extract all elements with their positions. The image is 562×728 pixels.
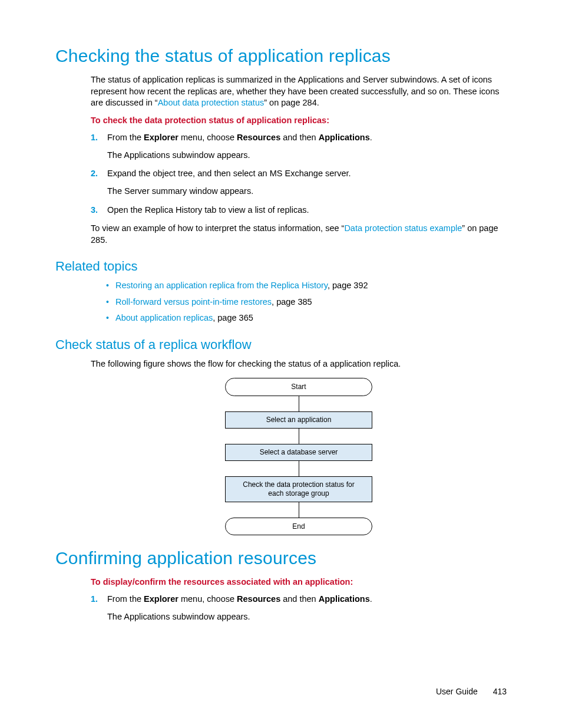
related-topic-item: About application replicas, page 365 bbox=[106, 312, 507, 324]
heading-workflow: Check status of a replica workflow bbox=[55, 337, 507, 353]
step-result: The Server summary window appears. bbox=[107, 186, 507, 197]
flowchart-connector bbox=[299, 396, 299, 411]
step-1: 1. From the Explorer menu, choose Resour… bbox=[91, 594, 507, 622]
link-roll-forward[interactable]: Roll-forward versus point-in-time restor… bbox=[115, 297, 272, 307]
link-about-data-protection-status[interactable]: About data protection status bbox=[158, 98, 265, 107]
flowchart-start: Start bbox=[225, 378, 372, 396]
workflow-body: The following figure shows the flow for … bbox=[91, 358, 507, 535]
step-number: 1. bbox=[91, 594, 98, 605]
flowchart-connector bbox=[299, 502, 299, 518]
step-3: 3. Open the Replica History tab to view … bbox=[91, 205, 507, 216]
link-about-application-replicas[interactable]: About application replicas bbox=[115, 313, 213, 322]
step-1: 1. From the Explorer menu, choose Resour… bbox=[91, 132, 507, 161]
step-number: 2. bbox=[91, 168, 98, 180]
step-number: 3. bbox=[91, 205, 98, 216]
page: Checking the status of application repli… bbox=[0, 0, 562, 728]
flowchart-select-application: Select an application bbox=[225, 411, 372, 429]
page-footer: User Guide 413 bbox=[436, 687, 507, 696]
step-2: 2. Expand the object tree, and then sele… bbox=[91, 168, 507, 197]
closing-paragraph: To view an example of how to interpret t… bbox=[91, 223, 507, 246]
flowchart-select-db-server: Select a database server bbox=[225, 444, 372, 461]
intro-paragraph: The status of application replicas is su… bbox=[91, 74, 507, 109]
procedure-lead-in-1: To check the data protection status of a… bbox=[91, 115, 507, 127]
link-restoring-replica[interactable]: Restoring an application replica from th… bbox=[115, 281, 328, 290]
flowchart-check-status: Check the data protection status for eac… bbox=[225, 476, 372, 502]
section-2-body: To display/confirm the resources associa… bbox=[91, 577, 507, 623]
link-data-protection-status-example[interactable]: Data protection status example bbox=[344, 223, 462, 233]
step-result: The Applications subwindow appears. bbox=[107, 150, 507, 162]
section-1-body: The status of application replicas is su… bbox=[91, 74, 507, 246]
step-text: From the Explorer menu, choose Resources… bbox=[107, 594, 372, 604]
heading-checking-status: Checking the status of application repli… bbox=[55, 46, 507, 66]
step-text: Open the Replica History tab to view a l… bbox=[107, 205, 309, 215]
flowchart-connector bbox=[299, 461, 299, 476]
related-topic-item: Restoring an application replica from th… bbox=[106, 280, 507, 292]
related-topics-list: Restoring an application replica from th… bbox=[106, 280, 507, 324]
related-topics-body: Restoring an application replica from th… bbox=[91, 280, 507, 324]
closing-text-pre: To view an example of how to interpret t… bbox=[91, 223, 344, 233]
flowchart-connector bbox=[299, 429, 299, 444]
related-topic-item: Roll-forward versus point-in-time restor… bbox=[106, 297, 507, 308]
flowchart-end: End bbox=[225, 518, 372, 535]
step-text: From the Explorer menu, choose Resources… bbox=[107, 133, 372, 142]
intro-text-post: ” on page 284. bbox=[264, 98, 319, 107]
procedure-steps-1: 1. From the Explorer menu, choose Resour… bbox=[91, 132, 507, 216]
footer-page-number: 413 bbox=[493, 687, 507, 696]
step-number: 1. bbox=[91, 132, 98, 144]
flowchart: Start Select an application Select a dat… bbox=[222, 378, 375, 535]
procedure-lead-in-2: To display/confirm the resources associa… bbox=[91, 577, 507, 588]
step-text: Expand the object tree, and then select … bbox=[107, 169, 351, 178]
heading-confirming-resources: Confirming application resources bbox=[55, 548, 507, 568]
heading-related-topics: Related topics bbox=[55, 259, 507, 274]
step-result: The Applications subwindow appears. bbox=[107, 611, 507, 623]
procedure-steps-2: 1. From the Explorer menu, choose Resour… bbox=[91, 594, 507, 622]
workflow-intro: The following figure shows the flow for … bbox=[91, 358, 507, 370]
footer-label: User Guide bbox=[436, 687, 478, 696]
